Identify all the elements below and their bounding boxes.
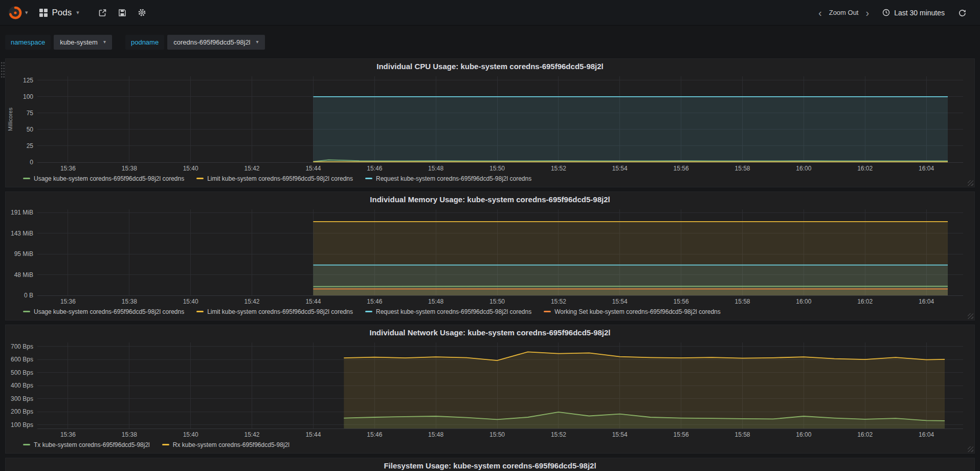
caret-down-icon: ▾ [25,10,28,15]
svg-text:15:58: 15:58 [734,298,750,305]
legend-item[interactable]: Limit kube-system coredns-695f96dcd5-98j… [196,175,353,182]
svg-text:Millicores: Millicores [7,108,13,131]
cpu-usage-chart[interactable]: 025507510012515:3615:3815:4015:4215:4415… [6,73,974,174]
zoom-out-button[interactable]: Zoom Out [827,9,861,16]
legend-item[interactable]: Rx kube-system coredns-695f96dcd5-98j2l [162,441,289,448]
svg-text:15:58: 15:58 [734,431,750,438]
variable-dropdown-namespace[interactable]: kube-system ▾ [54,35,112,50]
svg-text:15:38: 15:38 [122,431,137,438]
svg-text:50: 50 [27,126,34,133]
caret-down-icon: ▾ [256,39,259,45]
svg-text:15:46: 15:46 [367,165,382,172]
variable-dropdown-podname[interactable]: coredns-695f96dcd5-98j2l ▾ [167,35,264,50]
svg-text:0 B: 0 B [24,292,33,299]
svg-text:15:50: 15:50 [489,431,505,438]
refresh-button[interactable] [953,0,972,26]
dashboard-title: Pods [52,8,72,18]
legend-series-color [544,311,551,312]
panel-resize-handle[interactable] [968,446,973,452]
variable-podname: podname coredns-695f96dcd5-98j2l ▾ [125,35,265,50]
svg-text:15:42: 15:42 [244,431,259,438]
svg-text:15:36: 15:36 [60,298,76,305]
panel-network-usage: Individual Network Usage: kube-system co… [5,325,975,454]
svg-text:15:42: 15:42 [244,165,259,172]
legend-item[interactable]: Working Set kube-system coredns-695f96dc… [544,308,721,315]
svg-text:200 Bps: 200 Bps [11,408,33,415]
panel-title[interactable]: Filesystem Usage: kube-system coredns-69… [6,458,974,471]
svg-text:15:54: 15:54 [612,431,628,438]
panel-memory-usage: Individual Memory Usage: kube-system cor… [5,191,975,320]
svg-text:15:54: 15:54 [612,165,628,172]
legend-item[interactable]: Usage kube-system coredns-695f96dcd5-98j… [23,175,184,182]
chevron-left-icon: ‹ [818,7,822,18]
svg-text:500 Bps: 500 Bps [11,369,33,376]
svg-text:100 Bps: 100 Bps [11,421,33,429]
grafana-logo-icon [8,6,23,20]
network-usage-chart[interactable]: 100 Bps200 Bps300 Bps400 Bps500 Bps600 B… [6,339,974,440]
legend-item[interactable]: Limit kube-system coredns-695f96dcd5-98j… [196,308,353,315]
panel-filesystem-usage: Filesystem Usage: kube-system coredns-69… [5,458,975,471]
legend-item[interactable]: Tx kube-system coredns-695f96dcd5-98j2l [23,441,150,448]
template-variables-row: namespace kube-system ▾ podname coredns-… [0,26,980,54]
clock-icon [882,9,890,16]
svg-text:15:40: 15:40 [183,165,198,172]
chart-svg: 025507510012515:3615:3815:4015:4215:4415… [6,73,974,174]
legend-item[interactable]: Usage kube-system coredns-695f96dcd5-98j… [23,308,184,315]
dashboard-picker-button[interactable]: Pods ▾ [39,8,79,18]
legend-series-color [23,444,30,445]
navbar-left: ▾ Pods ▾ [8,0,813,26]
variable-label-podname: podname [125,35,164,50]
svg-text:16:02: 16:02 [857,431,873,438]
panel-resize-handle[interactable] [968,313,973,319]
svg-text:16:02: 16:02 [857,165,873,172]
legend-series-color [162,444,169,445]
svg-text:15:44: 15:44 [305,298,321,305]
panel-title[interactable]: Individual Memory Usage: kube-system cor… [6,192,974,206]
legend-series-color [23,311,30,312]
legend-series-color [196,311,204,312]
caret-down-icon: ▾ [103,39,106,45]
save-button[interactable] [113,0,132,26]
svg-text:15:54: 15:54 [612,298,628,305]
panel-title[interactable]: Individual CPU Usage: kube-system coredn… [6,59,974,73]
svg-text:95 MiB: 95 MiB [14,250,33,258]
panel-resize-handle[interactable] [968,180,973,186]
svg-text:15:48: 15:48 [428,165,443,172]
row-drag-handle[interactable] [1,61,5,79]
memory-usage-chart[interactable]: 0 B48 MiB95 MiB143 MiB191 MiB15:3615:381… [6,206,974,307]
legend: Usage kube-system coredns-695f96dcd5-98j… [6,174,974,182]
svg-text:16:00: 16:00 [796,431,811,438]
svg-text:15:38: 15:38 [122,165,137,172]
svg-text:700 Bps: 700 Bps [11,343,33,350]
svg-text:16:04: 16:04 [919,165,934,172]
legend-item[interactable]: Request kube-system coredns-695f96dcd5-9… [365,308,531,315]
time-forward-button[interactable]: › [860,8,874,18]
svg-text:100: 100 [23,93,33,100]
dashboards-grid-icon [39,9,48,17]
svg-text:300 Bps: 300 Bps [11,395,33,402]
grafana-menu-button[interactable]: ▾ [8,6,28,20]
settings-button[interactable] [132,0,152,26]
svg-text:15:44: 15:44 [305,165,321,172]
svg-text:15:52: 15:52 [551,431,566,438]
svg-text:400 Bps: 400 Bps [11,382,33,389]
share-button[interactable] [93,0,113,26]
svg-text:16:00: 16:00 [796,165,811,172]
legend: Tx kube-system coredns-695f96dcd5-98j2lR… [6,440,974,448]
refresh-icon [959,9,966,16]
svg-text:15:46: 15:46 [367,431,382,438]
legend-item[interactable]: Request kube-system coredns-695f96dcd5-9… [365,175,531,182]
svg-text:15:56: 15:56 [674,165,689,172]
variable-value-text: kube-system [60,38,98,46]
svg-text:15:36: 15:36 [60,165,76,172]
legend-series-color [23,178,30,179]
time-range-picker-button[interactable]: Last 30 minutes [874,0,953,26]
time-back-button[interactable]: ‹ [813,8,827,18]
svg-text:15:40: 15:40 [183,431,198,438]
svg-text:16:02: 16:02 [857,298,873,305]
legend-series-color [365,311,372,312]
share-icon [98,9,107,17]
panel-cpu-usage: Individual CPU Usage: kube-system coredn… [5,58,975,187]
navbar-right: ‹ Zoom Out › Last 30 minutes [813,0,972,26]
panel-title[interactable]: Individual Network Usage: kube-system co… [6,325,974,339]
